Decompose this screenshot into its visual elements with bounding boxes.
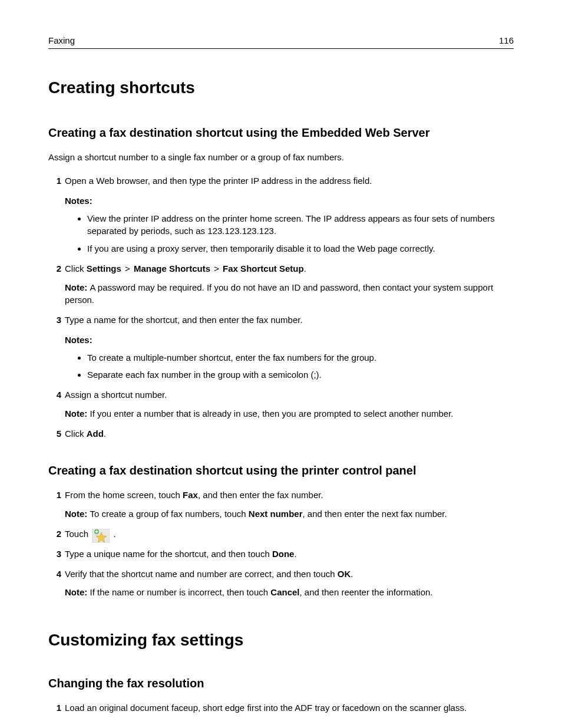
step-text: Assign a shortcut number. bbox=[65, 388, 514, 401]
note-bullet: To create a multiple-number shortcut, en… bbox=[87, 351, 514, 364]
note-label: Note: bbox=[65, 509, 90, 519]
text: . bbox=[104, 429, 106, 439]
text: . bbox=[351, 569, 353, 579]
bold-ok: OK bbox=[338, 569, 351, 579]
step-text: Load an original document faceup, short … bbox=[65, 701, 514, 714]
steps-ews: Open a Web browser, and then type the pr… bbox=[48, 174, 514, 440]
step-text: Touch . bbox=[65, 528, 514, 541]
note-text: If you enter a number that is already in… bbox=[90, 409, 454, 419]
step-item: Touch . bbox=[51, 528, 514, 541]
text: , and then enter the fax number. bbox=[198, 490, 323, 500]
header-section: Faxing bbox=[48, 34, 75, 47]
bold-next-number: Next number bbox=[249, 509, 303, 519]
add-shortcut-star-icon bbox=[92, 529, 110, 543]
notes-list: To create a multiple-number shortcut, en… bbox=[65, 351, 514, 382]
note-text: , and then reenter the information. bbox=[300, 587, 433, 597]
step-text: Verify that the shortcut name and number… bbox=[65, 568, 514, 581]
note-label: Note: bbox=[65, 282, 90, 292]
heading-ews-shortcut: Creating a fax destination shortcut usin… bbox=[48, 124, 514, 141]
intro-text: Assign a shortcut number to a single fax… bbox=[48, 151, 514, 164]
note-para: Note: If the name or number is incorrect… bbox=[65, 586, 514, 599]
text: Verify that the shortcut name and number… bbox=[65, 569, 338, 579]
note-para: Note: To create a group of fax numbers, … bbox=[65, 508, 514, 521]
step-text: Click Settings > Manage Shortcuts > Fax … bbox=[65, 262, 514, 275]
step-text: Type a unique name for the shortcut, and… bbox=[65, 548, 514, 561]
bold-add: Add bbox=[87, 429, 104, 439]
note-para: Note: If you enter a number that is alre… bbox=[65, 407, 514, 420]
step-item: Load an original document faceup, short … bbox=[51, 701, 514, 714]
bold-fax: Fax bbox=[183, 490, 198, 500]
step-item: Type a unique name for the shortcut, and… bbox=[51, 548, 514, 561]
text: . bbox=[113, 529, 115, 539]
steps-panel: From the home screen, touch Fax, and the… bbox=[48, 489, 514, 599]
note-text: , and then enter the next fax number. bbox=[303, 509, 447, 519]
heading-creating-shortcuts: Creating shortcuts bbox=[48, 76, 514, 100]
header-page-number: 116 bbox=[499, 34, 514, 47]
bold-settings: Settings bbox=[87, 263, 121, 274]
step-item: Click Settings > Manage Shortcuts > Fax … bbox=[51, 262, 514, 307]
step-item: Assign a shortcut number. Note: If you e… bbox=[51, 388, 514, 420]
step-item: Type a name for the shortcut, and then e… bbox=[51, 314, 514, 381]
steps-resolution: Load an original document faceup, short … bbox=[48, 701, 514, 714]
text: Click bbox=[65, 263, 87, 274]
text: From the home screen, touch bbox=[65, 490, 183, 500]
heading-customizing-fax: Customizing fax settings bbox=[48, 628, 514, 653]
note-bullet: Separate each fax number in the group wi… bbox=[87, 368, 514, 381]
note-bullet: View the printer IP address on the print… bbox=[87, 212, 514, 238]
notes-label: Notes: bbox=[65, 334, 514, 347]
bold-cancel: Cancel bbox=[270, 587, 299, 597]
note-bullet: If you are using a proxy server, then te… bbox=[87, 242, 514, 255]
step-item: Click Add. bbox=[51, 427, 514, 440]
text: Touch bbox=[65, 529, 91, 539]
step-text: Click Add. bbox=[65, 427, 514, 440]
note-text: A password may be required. If you do no… bbox=[65, 282, 493, 305]
bold-manage-shortcuts: Manage Shortcuts bbox=[134, 263, 210, 274]
text: Click bbox=[65, 429, 87, 439]
step-item: From the home screen, touch Fax, and the… bbox=[51, 489, 514, 521]
step-item: Open a Web browser, and then type the pr… bbox=[51, 174, 514, 255]
step-text: Type a name for the shortcut, and then e… bbox=[65, 314, 514, 327]
note-para: Note: A password may be required. If you… bbox=[65, 281, 514, 307]
text: Type a unique name for the shortcut, and… bbox=[65, 549, 272, 559]
bold-done: Done bbox=[272, 549, 295, 559]
step-item: Verify that the shortcut name and number… bbox=[51, 568, 514, 599]
step-text: From the home screen, touch Fax, and the… bbox=[65, 489, 514, 502]
text: . bbox=[294, 549, 296, 559]
page-header: Faxing 116 bbox=[48, 34, 514, 49]
note-text: If the name or number is incorrect, then… bbox=[90, 587, 271, 597]
notes-list: View the printer IP address on the print… bbox=[65, 212, 514, 255]
separator: > bbox=[211, 263, 222, 274]
heading-panel-shortcut: Creating a fax destination shortcut usin… bbox=[48, 462, 514, 479]
note-label: Note: bbox=[65, 409, 90, 419]
heading-fax-resolution: Changing the fax resolution bbox=[48, 675, 514, 692]
note-label: Note: bbox=[65, 587, 90, 597]
note-text: To create a group of fax numbers, touch bbox=[90, 509, 249, 519]
bold-fax-shortcut-setup: Fax Shortcut Setup bbox=[223, 263, 304, 274]
step-text: Open a Web browser, and then type the pr… bbox=[65, 174, 514, 187]
notes-label: Notes: bbox=[65, 195, 514, 207]
text: . bbox=[304, 263, 306, 274]
separator: > bbox=[123, 263, 133, 274]
